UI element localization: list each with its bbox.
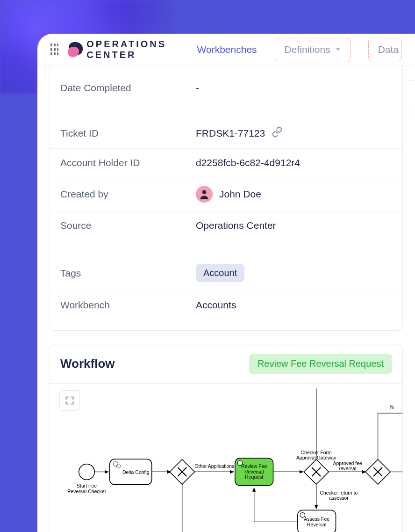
row-date-completed: Date Completed -: [50, 74, 402, 102]
tag-account[interactable]: Account: [196, 264, 244, 282]
value-source: Operations Center: [196, 220, 276, 231]
logo-mark-icon: [68, 40, 80, 59]
row-tags: Tags Account: [50, 255, 402, 291]
diagram-review-node: Review FeeReversalRequest: [241, 464, 267, 480]
nav-data-dropdown[interactable]: Data: [368, 38, 402, 61]
nav-definitions-dropdown[interactable]: Definitions: [275, 38, 351, 61]
topbar: OPERATIONS CENTER Workbenches Definition…: [37, 34, 415, 66]
svg-point-11: [237, 460, 242, 465]
nav-workbenches[interactable]: Workbenches: [197, 44, 257, 55]
workflow-panel: Workflow Review Fee Reversal Request: [50, 344, 403, 532]
svg-point-0: [202, 190, 207, 194]
row-account-holder-id: Account Holder ID d2258fcb-6c82-4d912r4: [50, 149, 402, 177]
logo[interactable]: OPERATIONS CENTER: [68, 39, 173, 60]
side-panel: [405, 80, 415, 112]
svg-point-22: [300, 512, 305, 517]
avatar[interactable]: [196, 186, 213, 203]
app-title: OPERATIONS CENTER: [86, 39, 173, 60]
label-ticket-id: Ticket ID: [60, 128, 196, 139]
row-created-by: Created by John Doe: [50, 177, 402, 211]
workflow-status: Review Fee Reversal Request: [249, 354, 392, 374]
diagram-assess-fee: Assess FeeReversal: [304, 517, 329, 527]
value-created-by: John Doe: [219, 189, 261, 200]
label-workbench: Workbench: [60, 299, 196, 311]
workflow-title: Workflow: [60, 357, 115, 371]
row-source: Source Operations Center: [50, 211, 402, 240]
value-workbench: Accounts: [196, 299, 236, 311]
nav-data-label: Data: [378, 44, 399, 55]
value-date-completed: -: [196, 82, 199, 94]
workflow-diagram[interactable]: Start FeeReversal Checker Delta Config: [50, 384, 402, 532]
app-window: OPERATIONS CENTER Workbenches Definition…: [37, 34, 415, 532]
details-panel: Date Completed - Ticket ID FRDSK1-77123: [50, 66, 403, 331]
diagram-start-label: Start FeeReversal Checker: [67, 483, 107, 494]
value-ticket-id: FRDSK1-77123: [196, 128, 265, 139]
link-icon[interactable]: [272, 126, 283, 140]
svg-point-1: [79, 464, 95, 480]
row-ticket-id: Ticket ID FRDSK1-77123: [50, 118, 402, 149]
label-account-holder-id: Account Holder ID: [60, 157, 196, 168]
value-account-holder-id: d2258fcb-6c82-4d912r4: [196, 157, 300, 168]
apps-grid-icon[interactable]: [50, 44, 58, 56]
diagram-checker-form: Checker FormApproval Gateway: [296, 450, 336, 461]
label-source: Source: [60, 220, 196, 231]
label-date-completed: Date Completed: [60, 82, 196, 94]
diagram-checker-return: Checker return toassessor: [320, 490, 358, 501]
label-created-by: Created by: [60, 189, 196, 200]
row-workbench: Workbench Accounts: [50, 291, 402, 319]
diagram-approved-fee: Approved feereversal: [333, 461, 362, 472]
chevron-down-icon: [335, 48, 341, 51]
diagram-delta-config: Delta Config: [122, 470, 150, 475]
diagram-other-applications: Other Applications: [194, 464, 234, 469]
diagram-n-label: N: [390, 405, 394, 410]
nav-definitions-label: Definitions: [285, 44, 330, 55]
label-tags: Tags: [60, 268, 196, 279]
